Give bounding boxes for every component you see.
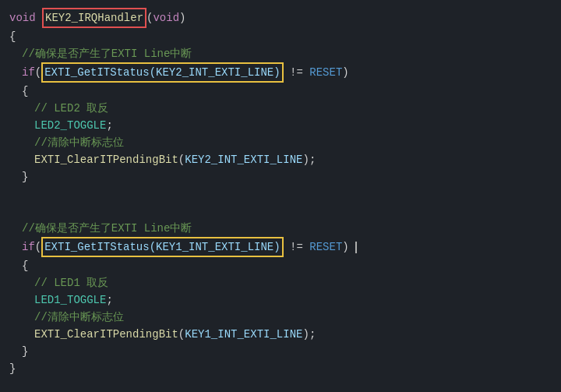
function-name-highlight: KEY2_IRQHandler <box>42 8 146 28</box>
code-line-19: EXTI_ClearITPendingBit(KEY1_INT_EXTI_LIN… <box>0 326 561 343</box>
paren-close-1: ) <box>179 9 185 26</box>
exti-status-highlight-2: EXTI_GetITStatus(KEY1_INT_EXTI_LINE) <box>41 237 283 257</box>
brace-open-2: { <box>22 83 28 100</box>
keyword-void-1: void <box>9 9 42 26</box>
fn-clear-pending-2: EXTI_ClearITPendingBit <box>34 326 178 343</box>
keyword-if-1: if <box>22 64 35 81</box>
exti-status-highlight-1: EXTI_GetITStatus(KEY2_INT_EXTI_LINE) <box>41 62 283 83</box>
code-line-11 <box>0 185 561 203</box>
exti-call-1: EXTI_GetITStatus(KEY2_INT_EXTI_LINE) <box>44 66 280 79</box>
brace-close-3: } <box>22 343 28 360</box>
semi-1: ; <box>106 117 112 134</box>
keyword-void-2: void <box>153 9 179 26</box>
comment-clear-2: //清除中断标志位 <box>34 309 124 326</box>
fn-clear-pending-1: EXTI_ClearITPendingBit <box>34 151 178 168</box>
macro-led2-toggle: LED2_TOGGLE <box>34 117 106 134</box>
code-editor: void KEY2_IRQHandler(void) { //确保是否产生了EX… <box>0 0 561 392</box>
semi-2: ); <box>302 151 316 168</box>
code-line-8: //清除中断标志位 <box>0 134 561 151</box>
comment-clear-1: //清除中断标志位 <box>34 134 124 151</box>
code-line-12 <box>0 203 561 220</box>
brace-close-2: } <box>22 168 28 185</box>
brace-open-3: { <box>22 257 28 274</box>
comment-1: //确保是否产生了EXTI Line中断 <box>22 45 192 62</box>
brace-close-main: } <box>9 360 16 377</box>
code-line-3: //确保是否产生了EXTI Line中断 <box>0 45 561 62</box>
code-line-15: { <box>0 257 561 274</box>
code-line-18: //清除中断标志位 <box>0 309 561 326</box>
code-line-20: } <box>0 343 561 360</box>
exti-call-2: EXTI_GetITStatus(KEY1_INT_EXTI_LINE) <box>44 241 280 253</box>
reset-kw-1: RESET <box>309 64 342 81</box>
code-line-1: void KEY2_IRQHandler(void) <box>0 8 561 28</box>
code-line-17: LED1_TOGGLE; <box>0 291 561 309</box>
code-line-10: } <box>0 168 561 185</box>
param-key2-exti: KEY2_INT_EXTI_LINE <box>185 151 302 168</box>
semi-3: ; <box>106 291 112 309</box>
text-cursor <box>355 242 357 253</box>
keyword-if-2: if <box>22 238 35 256</box>
comment-led2: // LED2 取反 <box>34 100 108 117</box>
code-line-6: // LED2 取反 <box>0 100 561 117</box>
comment-2: //确保是否产生了EXTI Line中断 <box>22 220 192 237</box>
paren-close-4: ) <box>342 238 355 256</box>
semi-4: ); <box>302 326 316 343</box>
op-neq-1: != <box>284 64 310 81</box>
code-line-16: // LED1 取反 <box>0 274 561 291</box>
param-key1-exti: KEY1_INT_EXTI_LINE <box>185 326 302 343</box>
brace-open-1: { <box>9 28 16 45</box>
code-line-5: { <box>0 83 561 100</box>
code-line-2: { <box>0 28 561 45</box>
paren-close-2: ) <box>342 64 348 81</box>
reset-kw-2: RESET <box>309 238 342 256</box>
paren-open-2: ( <box>35 64 41 81</box>
code-line-14: if(EXTI_GetITStatus(KEY1_INT_EXTI_LINE) … <box>0 237 561 257</box>
paren-open-1: ( <box>146 9 153 26</box>
paren-open-5: ( <box>178 326 185 343</box>
code-line-9: EXTI_ClearITPendingBit(KEY2_INT_EXTI_LIN… <box>0 151 561 168</box>
paren-open-4: ( <box>35 238 41 256</box>
comment-led1: // LED1 取反 <box>34 274 108 291</box>
macro-led1-toggle: LED1_TOGGLE <box>34 291 106 309</box>
op-neq-2: != <box>284 238 310 256</box>
function-name: KEY2_IRQHandler <box>45 12 143 24</box>
code-line-7: LED2_TOGGLE; <box>0 117 561 134</box>
code-line-13: //确保是否产生了EXTI Line中断 <box>0 220 561 237</box>
code-line-21: } <box>0 360 561 377</box>
paren-open-3: ( <box>178 151 185 168</box>
code-line-4: if(EXTI_GetITStatus(KEY2_INT_EXTI_LINE) … <box>0 62 561 83</box>
